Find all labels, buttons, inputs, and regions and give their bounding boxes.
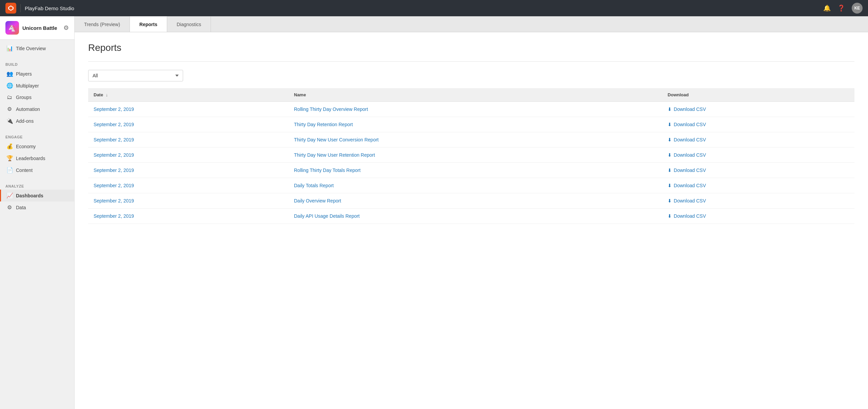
cell-download: ⬇ Download CSV [662, 117, 854, 132]
date-link[interactable]: September 2, 2019 [94, 183, 134, 188]
table-row: September 2, 2019 Daily Totals Report ⬇ … [88, 178, 854, 193]
date-link[interactable]: September 2, 2019 [94, 122, 134, 127]
table-row: September 2, 2019 Rolling Thirty Day Tot… [88, 163, 854, 178]
download-icon: ⬇ [668, 122, 672, 127]
table-row: September 2, 2019 Thirty Day New User Co… [88, 132, 854, 148]
download-icon: ⬇ [668, 137, 672, 142]
download-label: Download CSV [674, 122, 706, 127]
notification-button[interactable]: 🔔 [823, 4, 831, 12]
sidebar-item-groups[interactable]: 🗂 Groups [0, 92, 74, 103]
download-csv-link[interactable]: ⬇ Download CSV [668, 198, 849, 203]
tab-diagnostics[interactable]: Diagnostics [167, 16, 211, 32]
nav-divider [20, 4, 21, 12]
dashboards-icon: 📈 [6, 192, 13, 199]
table-row: September 2, 2019 Thirty Day New User Re… [88, 148, 854, 163]
sidebar-item-label: Leaderboards [16, 156, 45, 161]
table-row: September 2, 2019 Daily API Usage Detail… [88, 209, 854, 224]
multiplayer-icon: 🌐 [6, 82, 13, 89]
cell-name: Rolling Thirty Day Overview Report [289, 102, 662, 117]
download-csv-link[interactable]: ⬇ Download CSV [668, 168, 849, 173]
sidebar-item-players[interactable]: 👥 Players [0, 68, 74, 80]
download-icon: ⬇ [668, 183, 672, 188]
cell-download: ⬇ Download CSV [662, 148, 854, 163]
download-label: Download CSV [674, 137, 706, 142]
table-row: September 2, 2019 Rolling Thirty Day Ove… [88, 102, 854, 117]
report-name-link[interactable]: Daily Overview Report [294, 198, 341, 203]
game-title: Unicorn Battle [22, 25, 60, 31]
cell-download: ⬇ Download CSV [662, 193, 854, 209]
download-label: Download CSV [674, 198, 706, 203]
col-date[interactable]: Date ↓ [88, 88, 289, 102]
economy-icon: 💰 [6, 143, 13, 150]
sidebar-item-title-overview[interactable]: 📊 Title Overview [0, 42, 74, 54]
sidebar-section-engage: ENGAGE 💰 Economy 🏆 Leaderboards 📄 Conten… [0, 130, 74, 179]
download-csv-link[interactable]: ⬇ Download CSV [668, 213, 849, 219]
top-nav-right: 🔔 ❓ KE [823, 3, 863, 14]
sidebar-item-dashboards[interactable]: 📈 Dashboards [0, 190, 74, 201]
tab-reports[interactable]: Reports [130, 16, 167, 32]
report-name-link[interactable]: Thirty Day New User Retention Report [294, 152, 375, 158]
download-label: Download CSV [674, 106, 706, 112]
date-link[interactable]: September 2, 2019 [94, 137, 134, 142]
top-nav-left: PlayFab Demo Studio [5, 3, 74, 14]
download-csv-link[interactable]: ⬇ Download CSV [668, 137, 849, 142]
sidebar-item-multiplayer[interactable]: 🌐 Multiplayer [0, 80, 74, 92]
data-icon: ⚙ [6, 204, 13, 211]
table-row: September 2, 2019 Thirty Day Retention R… [88, 117, 854, 132]
cell-date: September 2, 2019 [88, 148, 289, 163]
report-name-link[interactable]: Rolling Thirty Day Overview Report [294, 106, 368, 112]
tab-trends[interactable]: Trends (Preview) [75, 16, 130, 32]
settings-icon[interactable]: ⚙ [63, 24, 69, 32]
sidebar-section-build: BUILD 👥 Players 🌐 Multiplayer 🗂 Groups ⚙… [0, 57, 74, 130]
report-name-link[interactable]: Thirty Day Retention Report [294, 122, 353, 127]
filter-select[interactable]: All Daily Weekly Monthly [88, 70, 183, 81]
download-icon: ⬇ [668, 106, 672, 112]
col-download: Download [662, 88, 854, 102]
col-name: Name [289, 88, 662, 102]
cell-name: Daily Totals Report [289, 178, 662, 193]
cell-download: ⬇ Download CSV [662, 102, 854, 117]
date-link[interactable]: September 2, 2019 [94, 168, 134, 173]
sidebar-item-leaderboards[interactable]: 🏆 Leaderboards [0, 152, 74, 164]
download-csv-link[interactable]: ⬇ Download CSV [668, 183, 849, 188]
cell-name: Daily Overview Report [289, 193, 662, 209]
download-csv-link[interactable]: ⬇ Download CSV [668, 106, 849, 112]
sidebar-item-label: Dashboards [16, 193, 43, 198]
report-name-link[interactable]: Thirty Day New User Conversion Report [294, 137, 379, 142]
date-link[interactable]: September 2, 2019 [94, 198, 134, 203]
players-icon: 👥 [6, 71, 13, 77]
download-csv-link[interactable]: ⬇ Download CSV [668, 122, 849, 127]
report-name-link[interactable]: Daily API Usage Details Report [294, 213, 360, 219]
divider [88, 61, 854, 62]
sidebar-section-no-label: 📊 Title Overview [0, 40, 74, 57]
sidebar-header: 🦄 Unicorn Battle ⚙ [0, 16, 74, 40]
download-csv-link[interactable]: ⬇ Download CSV [668, 152, 849, 158]
sidebar-item-content[interactable]: 📄 Content [0, 164, 74, 176]
avatar[interactable]: KE [852, 3, 863, 14]
sidebar-item-addons[interactable]: 🔌 Add-ons [0, 115, 74, 127]
sidebar-item-economy[interactable]: 💰 Economy [0, 140, 74, 152]
report-name-link[interactable]: Daily Totals Report [294, 183, 334, 188]
sidebar-item-label: Add-ons [16, 118, 34, 124]
date-link[interactable]: September 2, 2019 [94, 106, 134, 112]
sidebar-item-label: Economy [16, 144, 36, 149]
cell-download: ⬇ Download CSV [662, 209, 854, 224]
sidebar-item-automation[interactable]: ⚙ Automation [0, 103, 74, 115]
cell-name: Thirty Day New User Retention Report [289, 148, 662, 163]
date-link[interactable]: September 2, 2019 [94, 213, 134, 219]
title-overview-icon: 📊 [6, 45, 13, 52]
sidebar-item-label: Multiplayer [16, 83, 39, 89]
date-link[interactable]: September 2, 2019 [94, 152, 134, 158]
cell-date: September 2, 2019 [88, 178, 289, 193]
content-icon: 📄 [6, 167, 13, 173]
table-row: September 2, 2019 Daily Overview Report … [88, 193, 854, 209]
automation-icon: ⚙ [6, 106, 13, 112]
sidebar-item-data[interactable]: ⚙ Data [0, 201, 74, 213]
game-icon: 🦄 [5, 21, 19, 35]
main-content: Trends (Preview) Reports Diagnostics Rep… [75, 16, 868, 409]
report-name-link[interactable]: Rolling Thirty Day Totals Report [294, 168, 360, 173]
cell-download: ⬇ Download CSV [662, 163, 854, 178]
download-label: Download CSV [674, 213, 706, 219]
download-icon: ⬇ [668, 152, 672, 158]
help-button[interactable]: ❓ [837, 4, 845, 12]
